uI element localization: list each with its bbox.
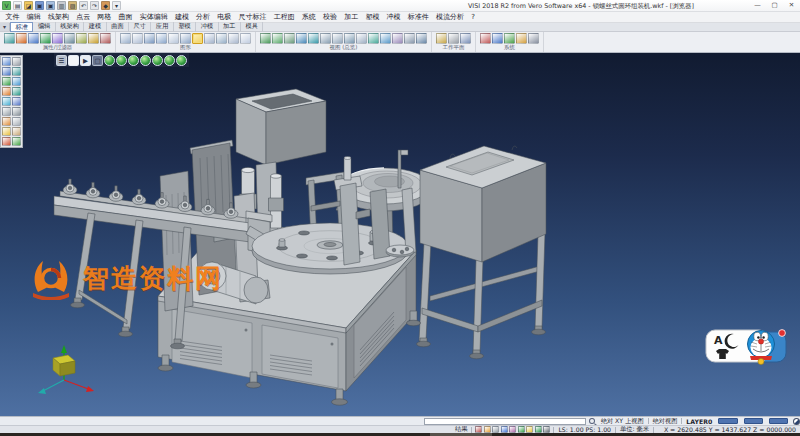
tab-dropdown-icon[interactable]: ▾ [0, 23, 10, 31]
database-icon[interactable] [492, 33, 503, 44]
tab[interactable]: 建模 [84, 22, 106, 32]
workplane-create-icon[interactable] [436, 33, 447, 44]
mask-tool-icon[interactable] [12, 67, 21, 76]
redo-icon[interactable]: ↷ [90, 1, 99, 10]
menu-item-电极[interactable]: 电极 [214, 12, 235, 23]
flag-tool-icon[interactable] [2, 127, 11, 136]
tab[interactable]: 标准 [10, 22, 33, 32]
viewport-3d[interactable]: ☰▶▢ 智造资料网 A [0, 53, 800, 416]
view-sphere-2-icon[interactable] [116, 55, 127, 66]
zoom-window-icon[interactable] [272, 33, 283, 44]
shaded-edges-view-icon[interactable] [156, 33, 167, 44]
section-tool-icon[interactable] [12, 107, 21, 116]
tab[interactable]: 冲模 [196, 22, 218, 32]
menu-item-文件[interactable]: 文件 [2, 12, 23, 23]
menu-item-工程图[interactable]: 工程图 [270, 12, 298, 23]
layer-filter-icon[interactable] [28, 33, 39, 44]
trim-tool-icon[interactable] [12, 87, 21, 96]
view-sphere-3-icon[interactable] [128, 55, 139, 66]
input-method-widget[interactable]: A [704, 324, 788, 372]
toggle-preview-icon[interactable] [509, 426, 516, 433]
close-tool-icon[interactable] [12, 57, 21, 66]
view-sphere-1-icon[interactable] [104, 55, 115, 66]
stamp-icon[interactable]: ◆ [101, 1, 110, 10]
render-view-icon[interactable] [192, 33, 203, 44]
menu-item-模流分析[interactable]: 模流分析 [432, 12, 467, 23]
pencil-tool-icon[interactable] [12, 117, 21, 126]
cad-model-scene[interactable] [0, 53, 800, 416]
system-settings-icon[interactable] [480, 33, 491, 44]
color-filter-icon[interactable] [16, 33, 27, 44]
undo-icon[interactable]: ↶ [79, 1, 88, 10]
attribute-brush-icon[interactable] [52, 33, 63, 44]
print-icon[interactable]: ▥ [57, 1, 66, 10]
pick-face-icon[interactable] [76, 33, 87, 44]
save-icon[interactable]: ▣ [35, 1, 44, 10]
report-icon[interactable] [504, 33, 515, 44]
view-sphere-5-icon[interactable] [152, 55, 163, 66]
iso-view-icon[interactable] [344, 33, 355, 44]
hidden-line-view-icon[interactable] [132, 33, 143, 44]
menu-item-塑模[interactable]: 塑模 [362, 12, 383, 23]
table-view-icon[interactable] [516, 33, 527, 44]
section-view-icon[interactable] [216, 33, 227, 44]
workplane-edit-icon[interactable] [460, 33, 471, 44]
menu-item-网格[interactable]: 网格 [94, 12, 115, 23]
menu-item-冲模[interactable]: 冲模 [383, 12, 404, 23]
measure-tool-icon[interactable] [2, 107, 11, 116]
workplane-align-icon[interactable] [448, 33, 459, 44]
top-view-icon[interactable] [320, 33, 331, 44]
bounding-box-icon[interactable] [2, 67, 11, 76]
zoom-fit-icon[interactable] [260, 33, 271, 44]
leaf-tool-icon[interactable] [12, 137, 21, 146]
magnifier-icon[interactable] [589, 418, 595, 424]
save-all-icon[interactable]: ▣ [46, 1, 55, 10]
tab[interactable]: 模具 [241, 22, 263, 32]
view-sphere-4-icon[interactable] [140, 55, 151, 66]
overview-icon[interactable] [380, 33, 391, 44]
menu-item-尺寸标注[interactable]: 尺寸标注 [235, 12, 270, 23]
notebook-icon[interactable] [12, 97, 21, 106]
menu-item-建模[interactable]: 建模 [171, 12, 192, 23]
tab[interactable]: 应用 [151, 22, 173, 32]
selection-filter-icon[interactable] [4, 33, 15, 44]
camera-view-icon[interactable] [416, 33, 427, 44]
menu-item-分析[interactable]: 分析 [193, 12, 214, 23]
toggle-highlight-icon[interactable] [526, 426, 533, 433]
white-canvas-icon[interactable] [68, 55, 79, 66]
rotate-view-icon[interactable] [308, 33, 319, 44]
menu-item-曲面[interactable]: 曲面 [115, 12, 136, 23]
toggle-grid-icon[interactable] [484, 426, 491, 433]
active-layer-label[interactable]: LAYER0 [683, 418, 715, 425]
view-menu-icon[interactable]: ☰ [56, 55, 67, 66]
menu-item-校验[interactable]: 校验 [319, 12, 340, 23]
more-commands-icon[interactable]: ▾ [112, 1, 121, 10]
transparent-view-icon[interactable] [168, 33, 179, 44]
entity-filter-icon[interactable] [40, 33, 51, 44]
options-icon[interactable] [528, 33, 539, 44]
play-animation-icon[interactable]: ▶ [80, 55, 91, 66]
menu-item-实体编辑[interactable]: 实体编辑 [136, 12, 171, 23]
surface-tool-icon[interactable] [2, 97, 11, 106]
move-tool-icon[interactable] [2, 87, 11, 96]
clip-plane-icon[interactable] [392, 33, 403, 44]
lights-view-icon[interactable] [240, 33, 251, 44]
fan-tool-icon[interactable] [2, 137, 11, 146]
menu-item-标准件[interactable]: 标准件 [404, 12, 432, 23]
tab[interactable]: 加工 [219, 22, 241, 32]
toggle-crosshair-icon[interactable] [543, 426, 550, 433]
menu-item-点云[interactable]: 点云 [73, 12, 94, 23]
layers-icon[interactable] [2, 77, 11, 86]
zoom-previous-icon[interactable] [284, 33, 295, 44]
globe-icon[interactable] [12, 77, 21, 86]
new-file-icon[interactable]: ▤ [13, 1, 22, 10]
nav-sphere-icon[interactable] [793, 418, 800, 425]
view-list-icon[interactable] [356, 33, 367, 44]
draft-view-icon[interactable] [204, 33, 215, 44]
close-button[interactable]: ✕ [783, 0, 800, 11]
box-tool-icon[interactable] [12, 127, 21, 136]
menu-item-?[interactable]: ? [468, 12, 479, 23]
multi-window-icon[interactable] [404, 33, 415, 44]
pick-solid-icon[interactable] [64, 33, 75, 44]
tab[interactable]: 编辑 [33, 22, 55, 32]
